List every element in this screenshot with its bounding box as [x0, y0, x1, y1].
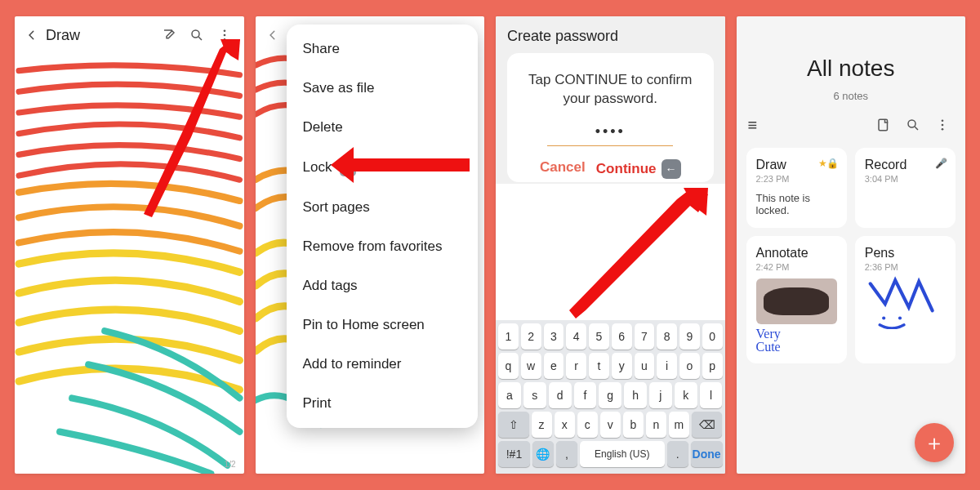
- note-header: Draw: [15, 16, 244, 54]
- key-space[interactable]: English (US): [580, 441, 665, 467]
- menu-label: Sort pages: [303, 199, 370, 216]
- annotation-arrow: [569, 188, 708, 318]
- back-icon[interactable]: [23, 26, 41, 44]
- svg-point-5: [908, 120, 915, 127]
- key-v[interactable]: v: [600, 412, 621, 438]
- add-note-fab[interactable]: ＋: [915, 423, 954, 462]
- key-4[interactable]: 4: [566, 323, 586, 350]
- card-title: Annotate: [756, 246, 837, 261]
- svg-point-10: [898, 316, 902, 319]
- menu-pin-home[interactable]: Pin to Home screen: [287, 305, 479, 345]
- menu-save-as-file[interactable]: Save as file: [287, 69, 479, 108]
- svg-point-6: [942, 119, 944, 122]
- key-z[interactable]: z: [532, 412, 552, 438]
- key-o[interactable]: o: [679, 353, 700, 379]
- password-field[interactable]: ••••: [547, 123, 673, 146]
- key-7[interactable]: 7: [635, 323, 655, 350]
- back-icon[interactable]: [264, 26, 282, 44]
- key-globe[interactable]: 🌐: [532, 441, 554, 467]
- key-j[interactable]: j: [649, 382, 672, 408]
- key-t[interactable]: t: [589, 353, 609, 379]
- menu-label: Delete: [303, 119, 343, 136]
- key-f[interactable]: f: [574, 382, 597, 408]
- key-shift[interactable]: ⇧: [498, 412, 529, 438]
- key-5[interactable]: 5: [589, 323, 609, 350]
- menu-label: Remove from favorites: [303, 238, 443, 255]
- key-backspace[interactable]: ⌫: [692, 412, 723, 438]
- menu-remove-fav[interactable]: Remove from favorites: [287, 227, 479, 266]
- note-card-draw[interactable]: Draw 2:23 PM ★ 🔒 This note is locked.: [746, 148, 847, 228]
- menu-print[interactable]: Print: [287, 384, 479, 423]
- edit-icon[interactable]: [158, 24, 180, 47]
- card-time: 2:42 PM: [756, 262, 837, 272]
- key-i[interactable]: i: [657, 353, 677, 379]
- svg-point-7: [942, 124, 944, 127]
- card-time: 2:23 PM: [756, 174, 837, 184]
- note-card-record[interactable]: Record 3:04 PM 🎤: [855, 148, 956, 228]
- arrow-left-icon: ←: [662, 159, 681, 179]
- menu-lock[interactable]: Lock: [287, 147, 479, 188]
- key-e[interactable]: e: [544, 353, 564, 379]
- password-card: Tap CONTINUE to confirm your password. •…: [507, 53, 714, 182]
- key-0[interactable]: 0: [702, 323, 723, 350]
- key-comma[interactable]: ,: [556, 441, 577, 467]
- key-l[interactable]: l: [700, 382, 723, 408]
- key-g[interactable]: g: [599, 382, 621, 408]
- note-card-pens[interactable]: Pens 2:36 PM: [855, 236, 956, 363]
- key-1[interactable]: 1: [498, 323, 519, 350]
- key-9[interactable]: 9: [679, 323, 700, 350]
- key-p[interactable]: p: [702, 353, 723, 379]
- key-k[interactable]: k: [675, 382, 697, 408]
- menu-add-tags[interactable]: Add tags: [287, 266, 479, 305]
- key-q[interactable]: q: [498, 353, 519, 379]
- soft-keyboard: 1234567890 qwertyuiop asdfghjkl ⇧zxcvbnm…: [496, 320, 725, 474]
- menu-share[interactable]: Share: [287, 29, 479, 69]
- search-icon[interactable]: [185, 24, 208, 47]
- key-3[interactable]: 3: [544, 323, 564, 350]
- more-icon[interactable]: [213, 24, 236, 47]
- key-s[interactable]: s: [523, 382, 546, 408]
- key-h[interactable]: h: [624, 382, 647, 408]
- panel-overflow-menu: Share Save as file Delete Lock Sort page…: [256, 16, 485, 474]
- lock-icon: 🔒: [826, 158, 839, 169]
- thumbnail: [756, 278, 837, 324]
- menu-add-reminder[interactable]: Add to reminder: [287, 345, 479, 384]
- more-icon[interactable]: [931, 114, 954, 136]
- key-d[interactable]: d: [549, 382, 572, 408]
- menu-sort-pages[interactable]: Sort pages: [287, 188, 479, 227]
- menu-delete[interactable]: Delete: [287, 108, 479, 147]
- note-card-annotate[interactable]: Annotate 2:42 PM VeryCute: [746, 236, 847, 363]
- key-6[interactable]: 6: [612, 323, 632, 350]
- key-w[interactable]: w: [521, 353, 541, 379]
- hamburger-icon[interactable]: ≡: [748, 116, 866, 135]
- key-a[interactable]: a: [498, 382, 521, 408]
- dialog-message: Tap CONTINUE to confirm your password.: [520, 71, 701, 109]
- menu-label: Share: [303, 41, 340, 57]
- key-n[interactable]: n: [646, 412, 666, 438]
- key-x[interactable]: x: [555, 412, 575, 438]
- menu-label: Lock: [303, 159, 332, 176]
- key-c[interactable]: c: [577, 412, 598, 438]
- note-canvas: 1/2: [15, 54, 244, 474]
- key-m[interactable]: m: [669, 412, 689, 438]
- continue-button[interactable]: Continue ←: [596, 159, 681, 179]
- key-2[interactable]: 2: [521, 323, 541, 350]
- key-period[interactable]: .: [667, 441, 688, 467]
- search-icon[interactable]: [902, 114, 924, 136]
- dialog-title: Create password: [507, 28, 714, 45]
- svg-point-3: [223, 38, 225, 41]
- key-y[interactable]: y: [612, 353, 632, 379]
- page-title: All notes: [737, 56, 966, 82]
- key-r[interactable]: r: [566, 353, 586, 379]
- pdf-icon[interactable]: [872, 114, 895, 136]
- cancel-button[interactable]: Cancel: [540, 159, 586, 179]
- mic-icon: 🎤: [935, 158, 947, 169]
- page-indicator: 1/2: [225, 460, 236, 469]
- key-b[interactable]: b: [623, 412, 644, 438]
- key-symbols[interactable]: !#1: [498, 441, 530, 467]
- key-8[interactable]: 8: [657, 323, 677, 350]
- key-u[interactable]: u: [635, 353, 655, 379]
- svg-point-0: [192, 30, 199, 38]
- menu-label: Pin to Home screen: [303, 317, 425, 333]
- key-done[interactable]: Done: [691, 441, 723, 467]
